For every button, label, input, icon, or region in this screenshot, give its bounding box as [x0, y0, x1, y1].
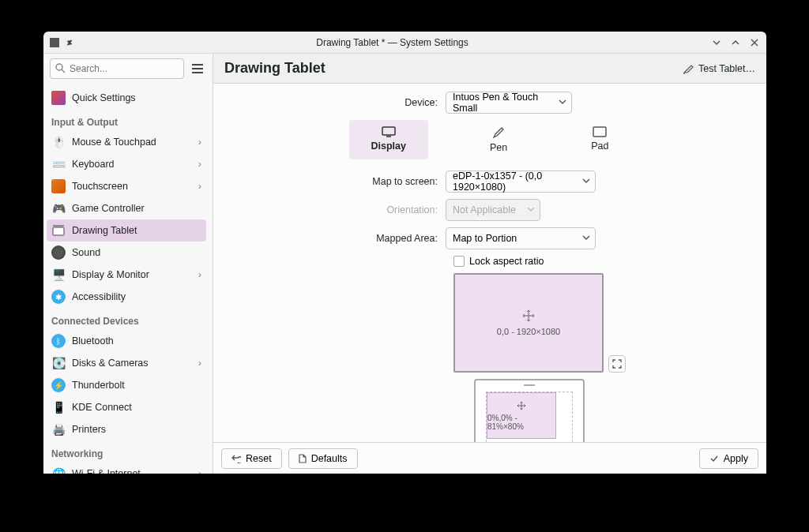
search-icon [55, 62, 66, 73]
sidebar-item-label: Thunderbolt [72, 380, 125, 391]
thunderbolt-icon: ⚡ [51, 378, 66, 392]
titlebar[interactable]: Drawing Tablet * — System Settings [43, 32, 766, 54]
svg-rect-7 [382, 127, 395, 135]
sidebar-item-label: Display & Monitor [72, 269, 149, 280]
tab-label: Pad [591, 140, 608, 152]
sidebar-item-label: Keyboard [72, 159, 115, 170]
sidebar-item-mouse[interactable]: 🖱️Mouse & Touchpad› [47, 131, 206, 153]
map-screen-select[interactable]: eDP-1-0x1357 - (0,0 1920×1080) [446, 170, 596, 193]
settings-window: Drawing Tablet * — System Settings Quick… [43, 32, 766, 474]
sidebar-item-label: Sound [72, 247, 100, 258]
sidebar-item-label: Game Controller [72, 203, 145, 214]
page-title: Drawing Tablet [224, 60, 325, 77]
app-icon [50, 38, 59, 47]
chevron-right-icon: › [198, 181, 201, 192]
sidebar-item-quick-settings[interactable]: Quick Settings [47, 87, 206, 109]
svg-rect-9 [593, 127, 606, 137]
tab-pad[interactable]: Pad [569, 120, 630, 159]
svg-line-1 [62, 69, 65, 73]
search-container [50, 58, 184, 79]
mapped-area-label: Mapped Area: [224, 233, 446, 244]
map-screen-value: eDP-1-0x1357 - (0,0 1920×1080) [453, 170, 574, 193]
test-tablet-button[interactable]: Test Tablet… [683, 63, 755, 74]
tab-pen[interactable]: Pen [468, 120, 529, 159]
sidebar-item-keyboard[interactable]: ⌨️Keyboard› [47, 153, 206, 175]
device-select[interactable]: Intuos Pen & Touch Small [446, 92, 572, 114]
reset-label: Reset [246, 453, 272, 464]
sidebar-item-label: Accessibility [72, 291, 126, 302]
chevron-right-icon: › [198, 137, 201, 148]
sidebar-item-disks[interactable]: 💽Disks & Cameras› [47, 352, 206, 374]
svg-point-0 [56, 64, 62, 70]
tablet-icon [51, 223, 66, 238]
sidebar-group: Networking [47, 440, 206, 463]
pin-icon[interactable] [66, 39, 73, 47]
sidebar-item-accessibility[interactable]: ✱Accessibility [47, 286, 206, 308]
chevron-down-icon [527, 205, 535, 213]
screen-map-area[interactable]: 0,0 - 1920×1080 [453, 273, 604, 373]
mapped-area-select[interactable]: Map to Portion [446, 227, 596, 249]
tablet-portion[interactable]: 0%,0% - 81%×80% [487, 392, 556, 439]
sidebar-item-wifi[interactable]: 🌐Wi-Fi & Internet› [47, 463, 206, 474]
accessibility-icon: ✱ [51, 290, 66, 304]
sidebar-item-kdeconnect[interactable]: 📱KDE Connect [47, 396, 206, 418]
sidebar-item-label: Drawing Tablet [72, 225, 137, 236]
tab-label: Display [371, 140, 406, 152]
orientation-select: Not Applicable [446, 199, 540, 221]
sidebar-group: Input & Output [47, 109, 206, 131]
sidebar-item-label: KDE Connect [72, 402, 132, 413]
search-input[interactable] [50, 58, 184, 79]
page-header: Drawing Tablet Test Tablet… [213, 54, 766, 84]
test-tablet-label: Test Tablet… [698, 63, 755, 74]
quick-settings-icon [51, 91, 66, 105]
apply-button[interactable]: Apply [699, 448, 758, 469]
mapped-area-value: Map to Portion [453, 233, 517, 244]
document-icon [299, 454, 307, 463]
reset-button[interactable]: Reset [221, 448, 282, 469]
svg-rect-5 [53, 227, 64, 235]
screen-coords: 0,0 - 1920×1080 [497, 327, 560, 336]
sidebar-item-bluetooth[interactable]: ᛒBluetooth [47, 330, 206, 352]
pen-icon [683, 63, 694, 74]
lock-aspect-checkbox[interactable] [453, 256, 465, 267]
disks-icon: 💽 [51, 356, 66, 370]
chevron-right-icon: › [198, 358, 201, 369]
sidebar-item-thunderbolt[interactable]: ⚡Thunderbolt [47, 374, 206, 396]
sidebar-item-display[interactable]: 🖥️Display & Monitor› [47, 264, 206, 286]
undo-icon [231, 454, 241, 463]
pen-icon [492, 126, 505, 139]
keyboard-icon: ⌨️ [51, 157, 66, 171]
sidebar-item-sound[interactable]: Sound [47, 242, 206, 264]
sidebar-item-label: Quick Settings [72, 92, 136, 103]
bluetooth-icon: ᛒ [51, 334, 66, 348]
sidebar-item-touchscreen[interactable]: Touchscreen› [47, 175, 206, 197]
touchscreen-icon [51, 179, 66, 193]
chevron-down-icon [582, 177, 590, 185]
pad-icon [593, 126, 607, 137]
defaults-button[interactable]: Defaults [288, 448, 358, 469]
minimize-button[interactable] [711, 37, 722, 48]
chevron-right-icon: › [198, 159, 201, 170]
sidebar-item-gamecontroller[interactable]: 🎮Game Controller [47, 197, 206, 219]
tab-display[interactable]: Display [349, 120, 428, 159]
mouse-icon: 🖱️ [51, 135, 66, 149]
sidebar-item-label: Printers [72, 424, 106, 435]
orientation-label: Orientation: [224, 204, 446, 215]
display-icon: 🖥️ [51, 268, 66, 282]
sound-icon [51, 245, 66, 260]
maximize-button[interactable] [730, 37, 741, 48]
tablet-map-area[interactable]: 0%,0% - 81%×80% [474, 379, 585, 442]
device-value: Intuos Pen & Touch Small [453, 92, 551, 114]
check-icon [709, 454, 719, 463]
sidebar-item-printers[interactable]: 🖨️Printers [47, 418, 206, 440]
lock-aspect-label: Lock aspect ratio [469, 256, 544, 267]
globe-icon: 🌐 [51, 466, 66, 474]
sidebar-group: Connected Devices [47, 308, 206, 330]
close-button[interactable] [749, 37, 760, 48]
sidebar-item-label: Bluetooth [72, 335, 114, 347]
hamburger-menu[interactable] [189, 60, 206, 77]
screen-expand-button[interactable] [608, 355, 626, 373]
phone-icon: 📱 [51, 400, 66, 414]
sidebar-item-drawingtablet[interactable]: Drawing Tablet [47, 219, 206, 242]
sidebar-item-label: Wi-Fi & Internet [72, 468, 141, 474]
